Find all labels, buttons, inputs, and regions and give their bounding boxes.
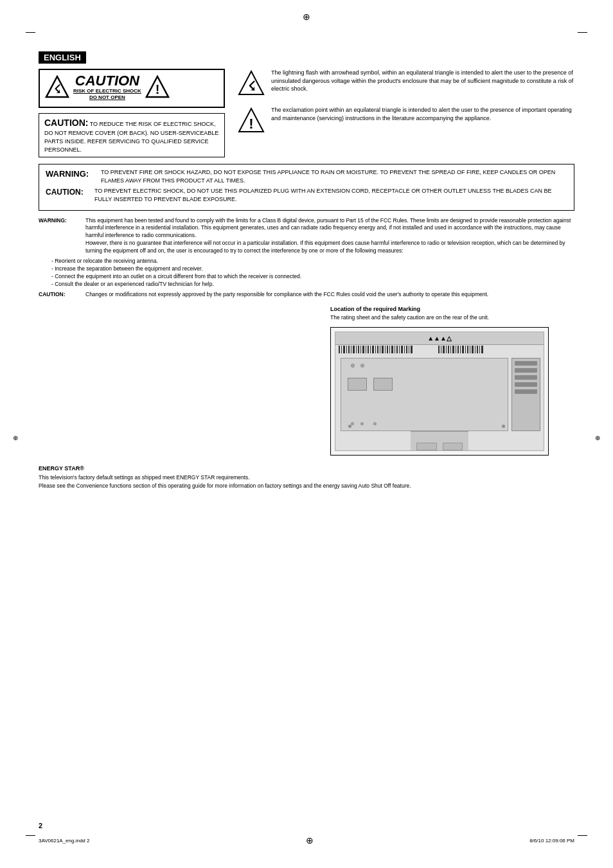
svg-rect-14 xyxy=(353,346,355,353)
tv-connector-area xyxy=(341,358,508,431)
fcc-measure-2: - Increase the separation between the eq… xyxy=(51,265,574,273)
svg-rect-32 xyxy=(396,346,398,353)
footer-right-text: 8/6/10 12:09:06 PM xyxy=(529,838,574,844)
caution-label2: CAUTION: xyxy=(46,187,91,203)
svg-text:☇: ☇ xyxy=(248,79,255,93)
svg-rect-33 xyxy=(399,346,400,353)
svg-rect-23 xyxy=(375,346,376,353)
svg-rect-45 xyxy=(452,346,454,353)
exclamation-description-text: The exclamation point within an equilate… xyxy=(271,106,574,122)
svg-rect-35 xyxy=(404,346,405,353)
fcc-measure-1: - Reorient or relocate the receiving ant… xyxy=(51,258,574,265)
svg-rect-29 xyxy=(389,346,390,353)
footer-left-text: 3AV0621A_eng.indd 2 xyxy=(39,838,89,844)
caution-symbol-box: ☇ CAUTION RISK OF ELECTRIC SHOCK DO NOT … xyxy=(39,69,225,108)
left-column: ☇ CAUTION RISK OF ELECTRIC SHOCK DO NOT … xyxy=(39,69,225,157)
svg-rect-39 xyxy=(438,346,440,353)
warning-label: WARNING: xyxy=(46,168,97,184)
svg-text:!: ! xyxy=(155,82,159,96)
svg-rect-11 xyxy=(346,346,347,353)
language-header: ENGLISH xyxy=(39,51,86,64)
svg-text:☇: ☇ xyxy=(54,83,60,96)
corner-mark-tl xyxy=(26,32,35,33)
fcc-caution-row: CAUTION: Changes or modifications not ex… xyxy=(39,291,574,299)
svg-rect-52 xyxy=(470,346,470,353)
svg-rect-27 xyxy=(385,346,386,353)
caution-text2: TO PREVENT ELECTRIC SHOCK, DO NOT USE TH… xyxy=(94,187,567,203)
fcc-measure-4: - Consult the dealer or an experienced r… xyxy=(51,281,574,288)
corner-mark-tr xyxy=(578,32,587,33)
svg-rect-10 xyxy=(343,346,345,353)
warning-line: WARNING: TO PREVENT FIRE OR SHOCK HAZARD… xyxy=(46,168,567,184)
page: ⊕ ⊕ ⊕ ENGLISH ☇ CAUTION RISK OF ELECTRIC… xyxy=(0,0,613,868)
fcc-caution-body: Changes or modifications not expressly a… xyxy=(85,291,574,299)
fcc-warning-label: WARNING: xyxy=(39,217,80,255)
tv-right-panel xyxy=(511,358,540,431)
svg-rect-22 xyxy=(372,346,374,353)
right-column: ☇ The lightning flash with arrowhead sym… xyxy=(238,69,574,157)
svg-rect-31 xyxy=(395,346,395,353)
exclamation-triangle-icon: ! xyxy=(145,75,170,100)
svg-rect-44 xyxy=(450,346,451,353)
svg-rect-20 xyxy=(368,346,369,353)
svg-rect-36 xyxy=(406,346,407,353)
location-text: The rating sheet and the safety caution … xyxy=(330,314,574,322)
tv-stand xyxy=(411,431,468,450)
fcc-warning-row: WARNING: This equipment has been tested … xyxy=(39,217,574,255)
tv-rear-image: ▲▲▲△ xyxy=(330,327,549,456)
svg-rect-30 xyxy=(391,346,393,353)
lightning-description-text: The lightning flash with arrowhead symbo… xyxy=(271,69,574,93)
bottom-crosshair-icon: ⊕ xyxy=(306,835,314,846)
svg-rect-48 xyxy=(460,346,461,353)
svg-text:!: ! xyxy=(249,116,253,132)
warning-text: TO PREVENT FIRE OR SHOCK HAZARD, DO NOT … xyxy=(101,168,567,184)
page-number: 2 xyxy=(39,822,42,829)
fcc-warning-body: This equipment has been tested and found… xyxy=(85,217,574,255)
svg-rect-17 xyxy=(360,346,361,353)
fcc-section: WARNING: This equipment has been tested … xyxy=(39,217,574,299)
warning-caution-box: WARNING: TO PREVENT FIRE OR SHOCK HAZARD… xyxy=(39,164,574,210)
top-crosshair-icon: ⊕ xyxy=(303,12,310,22)
svg-rect-25 xyxy=(380,346,380,353)
caution-reduce-box: CAUTION: TO REDUCE THE RISK OF ELECTRIC … xyxy=(39,113,225,157)
fcc-measure-3: - Connect the equipment into an outlet o… xyxy=(51,273,574,281)
svg-rect-28 xyxy=(387,346,388,353)
caution-title-block: CAUTION RISK OF ELECTRIC SHOCK DO NOT OP… xyxy=(73,74,141,102)
location-section: Location of the required Marking The rat… xyxy=(39,306,574,456)
svg-rect-8 xyxy=(339,346,340,353)
top-section: ☇ CAUTION RISK OF ELECTRIC SHOCK DO NOT … xyxy=(39,69,574,157)
svg-rect-55 xyxy=(477,346,478,353)
tv-top-bar: ▲▲▲△ xyxy=(335,332,544,345)
svg-rect-40 xyxy=(441,346,441,353)
location-content: Location of the required Marking The rat… xyxy=(330,306,574,456)
lightning-desc-item: ☇ The lightning flash with arrowhead sym… xyxy=(238,69,574,97)
svg-rect-54 xyxy=(475,346,475,353)
svg-rect-26 xyxy=(382,346,384,353)
svg-rect-51 xyxy=(467,346,468,353)
svg-rect-12 xyxy=(348,346,350,353)
svg-rect-24 xyxy=(377,346,378,353)
svg-rect-43 xyxy=(448,346,449,353)
svg-rect-21 xyxy=(370,346,371,353)
caution-subtitle: RISK OF ELECTRIC SHOCK DO NOT OPEN xyxy=(73,88,141,102)
svg-rect-15 xyxy=(356,346,357,353)
svg-rect-57 xyxy=(481,346,483,353)
energy-star-title: ENERGY STAR® xyxy=(39,465,574,472)
svg-rect-13 xyxy=(351,346,351,353)
right-crosshair-icon: ⊕ xyxy=(595,434,600,441)
caution-line: CAUTION: TO PREVENT ELECTRIC SHOCK, DO N… xyxy=(46,187,567,203)
svg-rect-53 xyxy=(472,346,474,353)
energy-star-text1: This television's factory default settin… xyxy=(39,474,574,482)
svg-rect-56 xyxy=(479,346,480,353)
fcc-measures-list: - Reorient or relocate the receiving ant… xyxy=(51,258,574,288)
svg-rect-38 xyxy=(411,346,413,353)
svg-rect-50 xyxy=(465,346,466,353)
svg-rect-34 xyxy=(401,346,403,353)
svg-rect-46 xyxy=(456,346,456,353)
location-title: Location of the required Marking xyxy=(330,306,574,312)
svg-rect-9 xyxy=(341,346,342,353)
footer: 3AV0621A_eng.indd 2 ⊕ 8/6/10 12:09:06 PM xyxy=(0,835,613,846)
lightning-triangle-left-icon: ☇ xyxy=(45,75,69,100)
svg-rect-41 xyxy=(443,346,445,353)
svg-rect-47 xyxy=(458,346,459,353)
